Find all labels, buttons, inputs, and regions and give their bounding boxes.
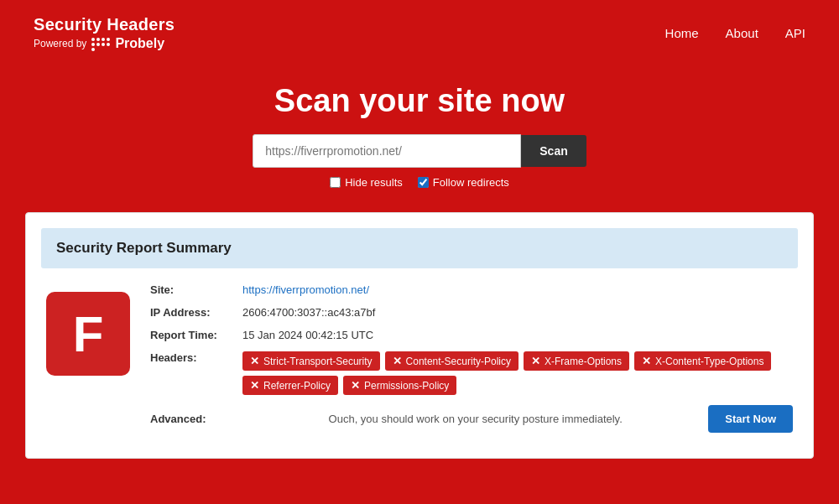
site-value: https://fiverrpromotion.net/ — [242, 283, 369, 296]
scan-input[interactable] — [253, 134, 521, 168]
ip-value: 2606:4700:3037::ac43:a7bf — [242, 306, 375, 319]
hide-results-label[interactable]: Hide results — [330, 176, 403, 189]
report-time-row: Report Time: 15 Jan 2024 00:42:15 UTC — [150, 329, 793, 341]
logo-area: Security Headers Powered by Probely — [34, 15, 175, 51]
report-title: Security Report Summary — [56, 240, 783, 257]
header-tag[interactable]: ✕Permissions-Policy — [343, 376, 456, 395]
tag-label: Content-Security-Policy — [406, 356, 511, 367]
site-link[interactable]: https://fiverrpromotion.net/ — [242, 283, 369, 296]
follow-redirects-checkbox[interactable] — [418, 177, 429, 188]
hero-section: Scan your site now Scan Hide results Fol… — [0, 66, 839, 197]
probely-name: Probely — [115, 36, 164, 51]
start-now-button[interactable]: Start Now — [708, 405, 793, 433]
header-tag[interactable]: ✕Strict-Transport-Security — [242, 351, 380, 371]
tag-label: Strict-Transport-Security — [263, 356, 373, 367]
report-wrapper: Security Report Summary F Site: https://… — [25, 212, 814, 459]
tag-label: X-Content-Type-Options — [655, 356, 763, 367]
header-tags: ✕Strict-Transport-Security✕Content-Secur… — [242, 351, 793, 395]
tag-remove-icon[interactable]: ✕ — [642, 355, 651, 367]
report-header: Security Report Summary — [41, 228, 798, 268]
ip-label: IP Address: — [150, 306, 242, 319]
tag-remove-icon[interactable]: ✕ — [351, 379, 360, 392]
hero-heading: Scan your site now — [17, 83, 822, 119]
advanced-label: Advanced: — [150, 413, 242, 425]
tag-remove-icon[interactable]: ✕ — [250, 355, 259, 367]
header-tag[interactable]: ✕X-Frame-Options — [524, 351, 629, 371]
tag-remove-icon[interactable]: ✕ — [531, 355, 540, 367]
probely-dots-icon — [91, 38, 110, 49]
report-details: Site: https://fiverrpromotion.net/ IP Ad… — [150, 283, 793, 443]
follow-redirects-label[interactable]: Follow redirects — [418, 176, 509, 189]
main-nav: Home About API — [665, 26, 805, 40]
tag-label: X-Frame-Options — [545, 356, 622, 367]
header-tag[interactable]: ✕X-Content-Type-Options — [634, 351, 771, 371]
header-tag[interactable]: ✕Content-Security-Policy — [385, 351, 519, 371]
nav-home[interactable]: Home — [665, 26, 699, 40]
header-tag[interactable]: ✕Referrer-Policy — [242, 376, 338, 395]
tag-label: Referrer-Policy — [263, 380, 331, 392]
report-body: F Site: https://fiverrpromotion.net/ IP … — [41, 283, 798, 443]
nav-about[interactable]: About — [726, 26, 758, 40]
grade-box: F — [46, 292, 130, 376]
tag-remove-icon[interactable]: ✕ — [393, 355, 402, 367]
report-time-value: 15 Jan 2024 00:42:15 UTC — [242, 329, 373, 341]
powered-by-text: Powered by — [34, 38, 86, 49]
site-row: Site: https://fiverrpromotion.net/ — [150, 283, 793, 296]
report-time-label: Report Time: — [150, 329, 242, 341]
nav-api[interactable]: API — [785, 26, 805, 40]
logo-subtitle: Powered by Probely — [34, 36, 175, 51]
scan-button[interactable]: Scan — [521, 135, 586, 167]
ip-row: IP Address: 2606:4700:3037::ac43:a7bf — [150, 306, 793, 319]
site-header: Security Headers Powered by Probely Home… — [0, 0, 839, 66]
scan-form: Scan — [17, 134, 822, 168]
logo-title: Security Headers — [34, 15, 175, 34]
tag-label: Permissions-Policy — [364, 380, 449, 392]
headers-row: Headers: ✕Strict-Transport-Security✕Cont… — [150, 351, 793, 395]
site-label: Site: — [150, 283, 242, 296]
scan-options: Hide results Follow redirects — [17, 176, 822, 189]
advanced-row: Advanced: Ouch, you should work on your … — [150, 405, 793, 433]
advanced-text: Ouch, you should work on your security p… — [329, 413, 623, 425]
headers-label: Headers: — [150, 351, 242, 364]
hide-results-checkbox[interactable] — [330, 177, 341, 188]
tag-remove-icon[interactable]: ✕ — [250, 379, 259, 392]
